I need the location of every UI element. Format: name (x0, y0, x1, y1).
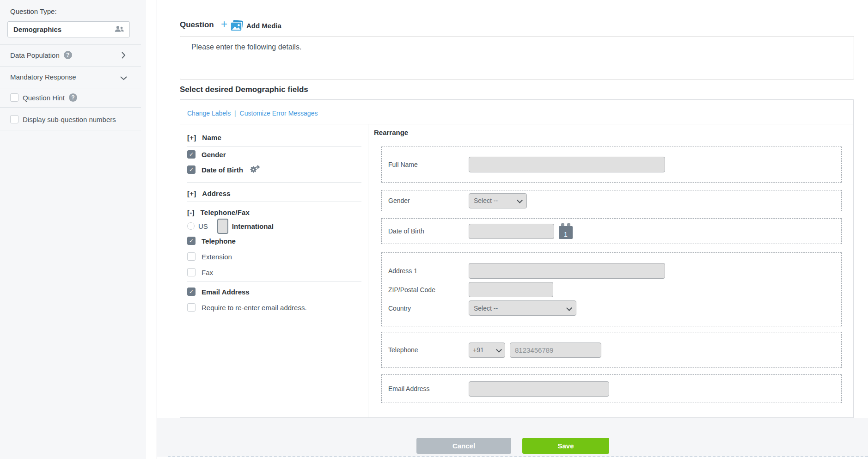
email-checkbox[interactable]: ✓ (187, 288, 196, 296)
calendar-icon[interactable]: 1 (559, 223, 573, 239)
field-group-telephone-fax[interactable]: [-] Telephone/Fax (187, 207, 250, 217)
zip-input[interactable] (469, 282, 553, 297)
gender-checkbox[interactable]: ✓ (187, 150, 196, 159)
group-label: Address (202, 190, 230, 197)
telephone-input[interactable] (510, 343, 601, 358)
question-hint-label: Question Hint (23, 94, 65, 102)
chevron-down-icon (517, 198, 522, 203)
cancel-button[interactable]: Cancel (416, 438, 511, 454)
dob-input[interactable] (469, 224, 554, 239)
extension-label: Extension (202, 253, 232, 261)
address1-label: Address 1 (388, 267, 469, 275)
field-row-email: ✓ Email Address (187, 287, 250, 297)
divider (0, 88, 141, 88)
chevron-down-icon (496, 348, 501, 352)
divider (0, 66, 141, 67)
help-icon[interactable]: ? (64, 51, 72, 59)
dob-checkbox[interactable]: ✓ (187, 165, 196, 174)
dob-settings-gear-icon[interactable] (250, 165, 260, 174)
international-radio-label[interactable]: International (232, 222, 274, 230)
add-media-image-icon[interactable] (230, 20, 244, 33)
change-labels-link[interactable]: Change Labels (187, 110, 231, 117)
panel-links: Change Labels | Customize Error Messages (187, 110, 318, 117)
display-subquestion-checkbox[interactable] (10, 115, 18, 123)
help-icon[interactable]: ? (69, 93, 77, 102)
chevron-right-icon[interactable] (122, 52, 126, 60)
question-type-select[interactable]: Demographics (7, 21, 130, 37)
zip-label: ZIP/Postal Code (388, 286, 469, 294)
gender-select[interactable]: Select -- (469, 193, 527, 208)
field-row-reenter-email: Require to re-enter email address. (187, 302, 307, 312)
demographics-people-icon (115, 25, 124, 34)
rearrange-title: Rearrange (374, 129, 408, 136)
gender-label: Gender (202, 151, 226, 159)
country-select-value: Select -- (474, 305, 498, 312)
divider (0, 44, 141, 45)
footer-background (157, 418, 868, 457)
chevron-down-icon (567, 306, 571, 311)
extension-checkbox[interactable] (187, 252, 196, 261)
field-row-date-of-birth: ✓ Date of Birth (187, 165, 260, 175)
us-radio-label[interactable]: US (198, 222, 208, 230)
expand-icon[interactable]: [+] (187, 134, 196, 141)
international-radio[interactable] (217, 219, 228, 234)
full-name-input[interactable] (469, 157, 665, 172)
sidebar-item-data-population[interactable]: Data Population ? (10, 50, 72, 60)
divider (368, 124, 368, 417)
question-type-value: Demographics (13, 25, 61, 33)
field-row-extension: Extension (187, 251, 232, 262)
email-input[interactable] (469, 381, 609, 397)
dob-field-label: Date of Birth (388, 227, 469, 235)
email-label: Email Address (202, 288, 250, 296)
demographic-fields-panel: Change Labels | Customize Error Messages… (180, 99, 854, 418)
country-code-select[interactable]: +91 (469, 343, 505, 358)
collapse-icon[interactable]: [-] (187, 208, 195, 216)
rearrange-box-telephone[interactable]: Telephone +91 (381, 332, 842, 368)
fax-checkbox[interactable] (187, 268, 196, 276)
gender-field-label: Gender (388, 197, 469, 204)
link-separator: | (234, 110, 236, 117)
display-subquestion-label: Display sub-question numbers (23, 116, 116, 123)
address1-input[interactable] (469, 263, 665, 279)
group-label: Telephone/Fax (201, 208, 250, 216)
divider (187, 182, 361, 183)
chevron-down-icon[interactable] (120, 74, 127, 82)
question-heading: Question (180, 20, 214, 30)
save-button[interactable]: Save (522, 438, 609, 454)
us-radio[interactable] (187, 222, 195, 230)
divider (0, 107, 141, 108)
mandatory-response-label: Mandatory Response (10, 73, 76, 81)
rearrange-box-address[interactable]: Address 1 ZIP/Postal Code Country Select… (381, 252, 842, 326)
customize-error-messages-link[interactable]: Customize Error Messages (240, 110, 318, 117)
divider (187, 202, 361, 202)
divider (187, 146, 361, 147)
add-media-label[interactable]: Add Media (246, 22, 281, 30)
sidebar: Question Type: Demographics Data Populat… (0, 0, 146, 459)
question-hint-checkbox[interactable] (10, 93, 18, 102)
divider (168, 456, 868, 457)
field-row-fax: Fax (187, 267, 213, 277)
field-group-name[interactable]: [+] Name (187, 132, 221, 142)
sidebar-item-mandatory-response[interactable]: Mandatory Response (10, 72, 76, 81)
expand-icon[interactable]: [+] (187, 190, 196, 197)
telephone-checkbox[interactable]: ✓ (187, 237, 196, 245)
rearrange-box-date-of-birth[interactable]: Date of Birth 1 (381, 218, 842, 244)
rearrange-box-gender[interactable]: Gender Select -- (381, 190, 842, 211)
rearrange-box-email[interactable]: Email Address (381, 374, 842, 403)
reenter-email-checkbox[interactable] (187, 303, 196, 312)
rearrange-box-full-name[interactable]: Full Name (381, 147, 842, 183)
field-row-gender: ✓ Gender (187, 149, 226, 159)
section-title: Select desired Demographic fields (180, 85, 308, 94)
divider (180, 124, 853, 124)
divider (157, 0, 157, 459)
telephone-field-label: Telephone (388, 346, 464, 354)
divider (0, 130, 141, 130)
question-text-input[interactable]: Please enter the following details. (180, 36, 854, 80)
data-population-label: Data Population (10, 51, 60, 59)
country-select[interactable]: Select -- (469, 300, 576, 316)
email-field-label: Email Address (388, 385, 469, 392)
sidebar-item-display-subquestion-numbers: Display sub-question numbers (10, 115, 116, 124)
plus-icon[interactable]: + (221, 18, 227, 31)
group-label: Name (202, 134, 221, 141)
field-group-address[interactable]: [+] Address (187, 188, 231, 198)
